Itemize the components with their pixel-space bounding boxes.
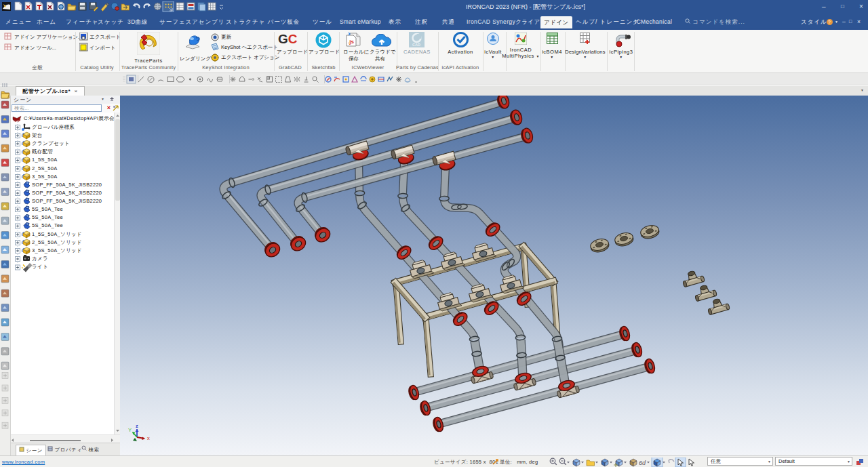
svg-text:6d: 6d [639,460,646,466]
svg-text:Y: Y [128,427,132,433]
svg-text:CAD: CAD [412,43,420,47]
svg-text:.js: .js [348,39,354,45]
svg-text:x: x [147,435,150,441]
svg-text:z: z [136,423,138,429]
